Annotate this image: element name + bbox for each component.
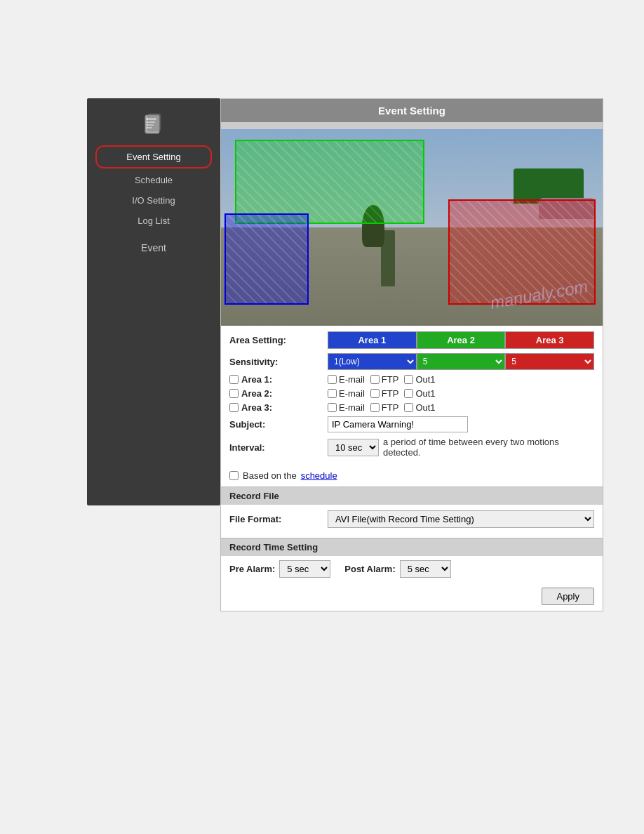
area3-row-label: Area 3: (229, 402, 328, 413)
file-format-row: File Format: AVI File(with Record Time S… (229, 510, 594, 528)
sidebar-item-schedule[interactable]: Schedule (87, 170, 220, 190)
area1-button[interactable]: Area 1 (328, 331, 417, 349)
area1-out1-option[interactable]: Out1 (404, 374, 435, 385)
area3-button[interactable]: Area 3 (505, 331, 594, 349)
area2-ftp-checkbox[interactable] (370, 389, 380, 398)
area1-ftp-checkbox[interactable] (370, 375, 380, 384)
record-file-header: Record File (221, 486, 603, 505)
sidebar: Event Setting Schedule I/O Setting Log L… (87, 98, 220, 505)
sensitivity-select-area1[interactable]: 1(Low) 2 3 4 5(High) (328, 353, 417, 370)
file-format-label: File Format: (229, 514, 328, 524)
area1-checkbox[interactable] (229, 375, 239, 384)
area3-out1-option[interactable]: Out1 (404, 402, 435, 413)
area1-email-checkbox[interactable] (328, 375, 337, 384)
area2-ftp-option[interactable]: FTP (370, 388, 399, 399)
zone-green (235, 140, 424, 224)
area1-out1-checkbox[interactable] (404, 375, 413, 384)
schedule-label: Based on the (243, 470, 297, 481)
area2-email-checkbox[interactable] (328, 389, 337, 398)
area-setting-label: Area Setting: (229, 335, 328, 345)
alarm-row: Pre Alarm: 1 sec 3 sec 5 sec 10 sec Post… (221, 556, 603, 582)
subject-label: Subject: (229, 419, 328, 430)
area3-options: E-mail FTP Out1 (328, 402, 436, 413)
interval-label: Interval: (229, 442, 328, 453)
area3-ftp-checkbox[interactable] (370, 403, 380, 412)
interval-row: Interval: 5 sec 10 sec 30 sec 1 min 5 mi… (229, 437, 594, 458)
sensitivity-select-area3[interactable]: 1 2 3 4 5 (505, 353, 594, 370)
area2-out1-checkbox[interactable] (404, 389, 413, 398)
area3-ftp-option[interactable]: FTP (370, 402, 399, 413)
schedule-row: Based on the schedule (221, 468, 603, 484)
content-panel: Event Setting manualy.com (220, 98, 603, 611)
area3-checkbox[interactable] (229, 403, 239, 412)
sidebar-item-event-setting[interactable]: Event Setting (95, 145, 212, 168)
interval-description: a period of time between every two motio… (383, 437, 594, 458)
settings-section: Area Setting: Area 1 Area 2 Area 3 Sensi… (221, 326, 603, 468)
svg-rect-5 (148, 114, 161, 131)
sensitivity-select-area2[interactable]: 1 2 3 4 5 (417, 353, 506, 370)
area-buttons: Area 1 Area 2 Area 3 (328, 331, 594, 349)
area3-out1-checkbox[interactable] (404, 403, 413, 412)
subject-input[interactable] (328, 416, 468, 432)
sidebar-section-label: Event (141, 242, 166, 259)
post-alarm-item: Post Alarm: 1 sec 3 sec 5 sec 10 sec 30 … (344, 560, 450, 578)
area2-options: E-mail FTP Out1 (328, 388, 436, 399)
pre-alarm-label: Pre Alarm: (229, 564, 275, 574)
sidebar-item-io-setting[interactable]: I/O Setting (87, 190, 220, 211)
camera-view: manualy.com (221, 129, 603, 326)
sensitivity-row: Sensitivity: 1(Low) 2 3 4 5(High) 1 2 (229, 353, 594, 370)
area1-checkbox-row: Area 1: E-mail FTP Out1 (229, 374, 594, 385)
record-file-section: File Format: AVI File(with Record Time S… (221, 505, 603, 538)
post-alarm-select[interactable]: 1 sec 3 sec 5 sec 10 sec 30 sec 1 min (400, 560, 451, 578)
pre-alarm-select[interactable]: 1 sec 3 sec 5 sec 10 sec (279, 560, 330, 578)
sensitivity-selects: 1(Low) 2 3 4 5(High) 1 2 3 4 5 (328, 353, 594, 370)
area3-checkbox-row: Area 3: E-mail FTP Out1 (229, 402, 594, 413)
area1-email-option[interactable]: E-mail (328, 374, 365, 385)
subject-row: Subject: (229, 416, 594, 432)
area3-email-option[interactable]: E-mail (328, 402, 365, 413)
subtitle-bar (221, 122, 603, 129)
post-alarm-label: Post Alarm: (344, 564, 395, 574)
area2-checkbox[interactable] (229, 389, 239, 398)
sidebar-menu: Event Setting Schedule I/O Setting Log L… (87, 144, 220, 231)
area2-button[interactable]: Area 2 (417, 331, 506, 349)
pre-alarm-item: Pre Alarm: 1 sec 3 sec 5 sec 10 sec (229, 560, 330, 578)
page-title: Event Setting (221, 99, 603, 122)
file-format-select[interactable]: AVI File(with Record Time Setting) AVI F… (328, 510, 594, 528)
area3-email-checkbox[interactable] (328, 403, 337, 412)
apply-row: Apply (221, 582, 603, 611)
area2-email-option[interactable]: E-mail (328, 388, 365, 399)
record-time-header: Record Time Setting (221, 538, 603, 556)
schedule-checkbox[interactable] (229, 471, 239, 480)
schedule-link[interactable]: schedule (301, 470, 337, 481)
area2-out1-option[interactable]: Out1 (404, 388, 435, 399)
area1-ftp-option[interactable]: FTP (370, 374, 399, 385)
event-icon (141, 112, 166, 140)
area2-row-label: Area 2: (229, 388, 328, 399)
sidebar-item-log-list[interactable]: Log List (87, 211, 220, 231)
zone-blue (224, 213, 309, 305)
zone-red (448, 199, 596, 305)
sensitivity-label: Sensitivity: (229, 357, 328, 367)
area2-checkbox-row: Area 2: E-mail FTP Out1 (229, 388, 594, 399)
interval-select[interactable]: 5 sec 10 sec 30 sec 1 min 5 min (328, 439, 379, 456)
area-setting-row: Area Setting: Area 1 Area 2 Area 3 (229, 331, 594, 349)
area1-row-label: Area 1: (229, 374, 328, 385)
area1-options: E-mail FTP Out1 (328, 374, 436, 385)
apply-button[interactable]: Apply (542, 588, 594, 605)
